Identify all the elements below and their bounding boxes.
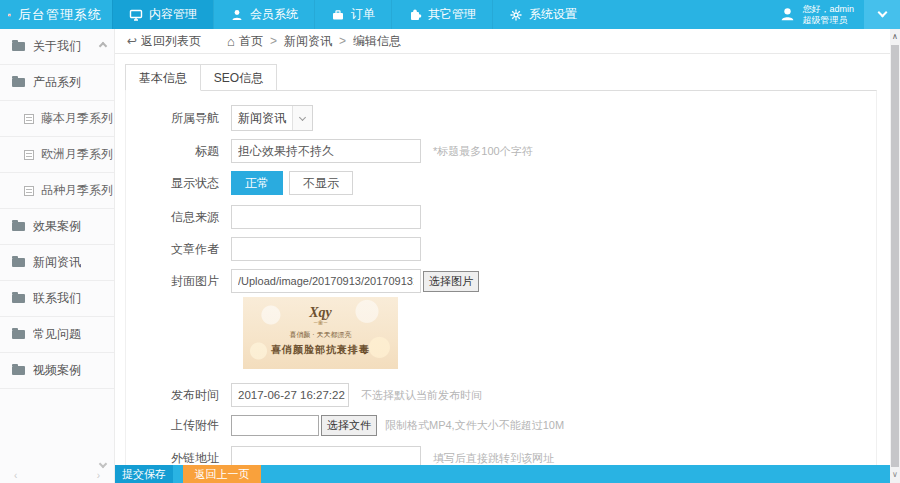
header-user-area: 您好，admin 超级管理员 (769, 0, 900, 29)
field-label: 封面图片 (126, 273, 231, 290)
top-header: 后台管理系统 内容管理 会员系统 订单 其它管理 系统设置 (0, 0, 900, 29)
sidebar-item-videos[interactable]: 视频案例 (0, 353, 114, 389)
nav-select[interactable]: 新闻资讯 (231, 105, 313, 131)
choose-file-button[interactable]: 选择文件 (321, 415, 377, 436)
footer-action-bar: 提交保存 返回上一页 (115, 465, 890, 483)
edit-form: 所属导航 新闻资讯 标题 *标题最多100个字符 显示状态 正常 不显示 (126, 91, 876, 483)
top-nav: 内容管理 会员系统 订单 其它管理 系统设置 (112, 0, 593, 29)
field-label: 上传附件 (126, 417, 231, 434)
user-info[interactable]: 您好，admin 超级管理员 (769, 0, 864, 29)
sidebar-scroll-left-icon[interactable]: ‹ (14, 470, 17, 481)
scroll-down-icon[interactable]: ∨ (890, 469, 900, 481)
preview-tagline: 喜俏颜 · 天天都漂亮 (243, 330, 398, 340)
cover-path-input[interactable] (231, 269, 421, 293)
form-tabs: 基本信息 SEO信息 (125, 64, 277, 91)
breadcrumb-separator: > (339, 34, 346, 48)
sidebar-item-news[interactable]: 新闻资讯 (0, 245, 114, 281)
tab-basic-info[interactable]: 基本信息 (125, 64, 201, 91)
choose-image-button[interactable]: 选择图片 (423, 271, 479, 292)
scrollbar-thumb[interactable] (891, 45, 899, 467)
back-previous-page-button[interactable]: 返回上一页 (183, 465, 261, 483)
gear-icon (509, 8, 523, 22)
author-input[interactable] (231, 237, 421, 261)
main-content: ↩ 返回列表页 ⌂ 首页 > 新闻资讯 > 编辑信息 基本信息 SEO信息 所属… (115, 29, 890, 483)
scroll-up-icon[interactable]: ∧ (890, 31, 900, 43)
preview-ornament: ~❀~ (243, 321, 398, 325)
field-label: 发布时间 (126, 387, 231, 404)
document-icon (24, 186, 34, 196)
form-row-source: 信息来源 (126, 205, 876, 229)
puzzle-icon (408, 8, 422, 22)
sidebar-item-products[interactable]: 产品系列 (0, 65, 114, 101)
collapse-up-icon[interactable] (99, 42, 107, 50)
document-icon (24, 114, 34, 124)
briefcase-icon (331, 8, 345, 22)
field-label: 外链地址 (126, 450, 231, 467)
nav-orders[interactable]: 订单 (314, 0, 391, 29)
sidebar-scroll-right-icon[interactable]: › (97, 470, 100, 481)
sidebar-item-climbing-rose[interactable]: 藤本月季系列 (0, 101, 114, 137)
nav-other-management[interactable]: 其它管理 (391, 0, 492, 29)
sidebar-item-cases[interactable]: 效果案例 (0, 209, 114, 245)
back-to-list-link[interactable]: ↩ 返回列表页 (127, 33, 201, 50)
user-menu-toggle[interactable] (864, 0, 900, 29)
nav-label: 其它管理 (428, 6, 476, 23)
field-label: 所属导航 (126, 110, 231, 127)
field-label: 信息来源 (126, 209, 231, 226)
sidebar-item-contact[interactable]: 联系我们 (0, 281, 114, 317)
external-link-hint: 填写后直接跳转到该网址 (433, 451, 554, 466)
document-icon (24, 150, 34, 160)
publish-time-hint: 不选择默认当前发布时间 (361, 388, 482, 403)
cube-logo-icon (8, 5, 11, 25)
form-row-status: 显示状态 正常 不显示 (126, 171, 876, 195)
form-row-attachment: 上传附件 选择文件 限制格式MP4,文件大小不能超过10M (126, 415, 876, 436)
nav-label: 系统设置 (529, 6, 577, 23)
return-arrow-icon: ↩ (127, 34, 137, 48)
sidebar-scroll-down-icon[interactable] (99, 460, 107, 468)
sidebar-item-variety-rose[interactable]: 品种月季系列 (0, 173, 114, 209)
folder-icon (12, 258, 25, 267)
submit-save-button[interactable]: 提交保存 (115, 465, 173, 483)
page-scrollbar[interactable]: ∧ ∨ (890, 29, 900, 483)
avatar-icon (779, 6, 796, 23)
nav-content-management[interactable]: 内容管理 (112, 0, 213, 29)
chevron-down-icon (877, 8, 887, 18)
nav-member-system[interactable]: 会员系统 (213, 0, 314, 29)
nav-select-value: 新闻资讯 (232, 106, 292, 130)
admin-app: 后台管理系统 内容管理 会员系统 订单 其它管理 系统设置 (0, 0, 900, 483)
nav-label: 内容管理 (149, 6, 197, 23)
app-logo[interactable]: 后台管理系统 (0, 0, 112, 29)
form-row-publish-time: 发布时间 2017-06-27 16:27:22 不选择默认当前发布时间 (126, 383, 876, 407)
sidebar-item-faq[interactable]: 常见问题 (0, 317, 114, 353)
field-label: 标题 (126, 143, 231, 160)
sidebar-item-about[interactable]: 关于我们 (0, 29, 114, 65)
form-row-author: 文章作者 (126, 237, 876, 261)
folder-icon (12, 366, 25, 375)
breadcrumb-current: 编辑信息 (353, 33, 401, 50)
home-icon: ⌂ (227, 34, 235, 49)
nav-label: 会员系统 (250, 6, 298, 23)
status-hidden-button[interactable]: 不显示 (289, 171, 353, 195)
user-role: 超级管理员 (802, 15, 854, 26)
tab-seo-info[interactable]: SEO信息 (201, 64, 277, 91)
breadcrumb-section[interactable]: 新闻资讯 (284, 33, 332, 50)
user-greeting: 您好，admin (802, 4, 854, 15)
title-input[interactable] (231, 139, 421, 163)
status-visible-button[interactable]: 正常 (231, 171, 283, 195)
source-input[interactable] (231, 205, 421, 229)
preview-caption: 喜俏颜脸部抗衰排毒 (243, 343, 398, 357)
sidebar: 关于我们 产品系列 藤本月季系列 欧洲月季系列 品种月季系列 效果案例 新闻资讯 (0, 29, 115, 483)
field-label: 文章作者 (126, 241, 231, 258)
nav-system-settings[interactable]: 系统设置 (492, 0, 593, 29)
title-hint: *标题最多100个字符 (433, 144, 533, 159)
publish-time-input[interactable]: 2017-06-27 16:27:22 (231, 383, 349, 407)
folder-icon (12, 78, 25, 87)
field-label: 显示状态 (126, 175, 231, 192)
attachment-file-input[interactable] (231, 415, 319, 436)
form-row-nav: 所属导航 新闻资讯 (126, 105, 876, 131)
publish-time-value: 2017-06-27 16:27:22 (238, 389, 345, 401)
breadcrumb-separator: > (270, 34, 277, 48)
breadcrumb-home[interactable]: 首页 (239, 33, 263, 50)
folder-icon (12, 222, 25, 231)
sidebar-item-european-rose[interactable]: 欧洲月季系列 (0, 137, 114, 173)
